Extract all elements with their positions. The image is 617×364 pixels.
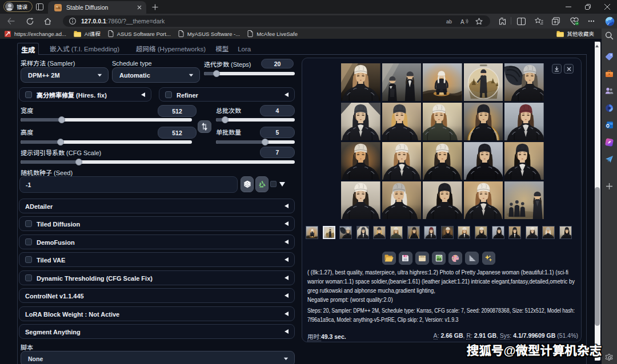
- sidebar-outlook-icon[interactable]: [602, 116, 617, 134]
- back-icon[interactable]: [6, 16, 16, 26]
- gallery-image-5[interactable]: [504, 63, 544, 101]
- random-seed-button[interactable]: [241, 176, 254, 192]
- batch-count-slider[interactable]: [216, 118, 295, 122]
- gallery-image-14[interactable]: [464, 142, 503, 180]
- scrollbar-thumb[interactable]: [595, 187, 600, 326]
- sampler-dropdown[interactable]: DPM++ 2M: [21, 67, 109, 83]
- reuse-seed-button[interactable]: [255, 176, 269, 192]
- filmstrip-thumb-15[interactable]: [542, 226, 555, 239]
- slider-knob[interactable]: [75, 159, 82, 165]
- script-dropdown[interactable]: None: [21, 351, 295, 364]
- filmstrip-thumb-4[interactable]: [356, 226, 369, 239]
- save-button[interactable]: [399, 252, 412, 265]
- accordion-checkbox[interactable]: [25, 220, 32, 227]
- favorite-star-icon[interactable]: [472, 18, 486, 25]
- gallery-image-18[interactable]: [423, 181, 462, 219]
- sidebar-plus-icon[interactable]: [602, 177, 617, 195]
- other-favorites[interactable]: 其他收藏夹: [556, 29, 594, 39]
- filmstrip-thumb-16[interactable]: [559, 226, 572, 239]
- batch-count-value[interactable]: 4: [260, 105, 295, 116]
- filmstrip-thumb-6[interactable]: [390, 226, 403, 239]
- gallery-image-9[interactable]: [464, 103, 503, 140]
- refiner-checkbox[interactable]: [165, 91, 172, 98]
- accordion-checkbox[interactable]: [25, 238, 32, 245]
- gallery-image-17[interactable]: [382, 181, 422, 219]
- seed-input[interactable]: -1: [19, 176, 238, 193]
- cfg-value[interactable]: 7: [260, 147, 295, 158]
- gallery-image-2[interactable]: [382, 63, 422, 101]
- batch-size-slider[interactable]: [216, 140, 295, 144]
- open-folder-button[interactable]: [382, 252, 396, 265]
- copilot-icon[interactable]: [603, 15, 616, 27]
- sidebar-briefcase-icon[interactable]: [602, 65, 617, 82]
- bookmark-item[interactable]: ASUS Software Port...: [108, 30, 171, 37]
- browser-essentials-icon[interactable]: [569, 16, 580, 26]
- read-aloud-icon[interactable]: A: [457, 18, 472, 25]
- tab-close-icon[interactable]: [137, 5, 142, 10]
- address-bar[interactable]: 127.0.0.1:7860/?__theme=dark ab A: [63, 15, 490, 27]
- app-tab--t-i-embedding-[interactable]: 嵌入式 (T.I. Embedding): [45, 43, 124, 54]
- split-screen-icon[interactable]: [515, 16, 527, 26]
- accordion-tiled-vae[interactable]: Tiled VAE: [19, 252, 295, 267]
- gallery-image-6[interactable]: [341, 103, 380, 140]
- app-tab--[interactable]: 生成: [17, 43, 39, 55]
- sidebar-search-icon[interactable]: [602, 29, 617, 42]
- window-close-button[interactable]: [598, 0, 617, 14]
- gallery-image-15[interactable]: [504, 142, 544, 180]
- bookmark-item[interactable]: McAfee LiveSafe: [247, 30, 298, 37]
- slider-knob[interactable]: [58, 116, 65, 123]
- palette-button[interactable]: [448, 252, 462, 265]
- hires-fix-accordion[interactable]: 高分辨率修复 (Hires. fix): [19, 87, 151, 102]
- site-info-icon[interactable]: [69, 18, 76, 25]
- refiner-accordion[interactable]: Refiner: [159, 87, 295, 102]
- cfg-slider[interactable]: [21, 160, 295, 164]
- accordion-checkbox[interactable]: [25, 256, 32, 263]
- accordion-tiled-diffusion[interactable]: Tiled Diffusion: [19, 216, 295, 231]
- schedule-dropdown[interactable]: Automatic: [112, 67, 200, 83]
- gallery-image-11[interactable]: [341, 142, 380, 180]
- sidebar-settings-gear-icon[interactable]: [602, 353, 617, 362]
- filmstrip-thumb-2[interactable]: [323, 226, 335, 239]
- accordion-controlnet-v1-1-445[interactable]: ControlNet v1.1.445: [19, 288, 295, 303]
- bookmark-item[interactable]: https://exchange.ad...: [5, 31, 66, 37]
- refresh-icon[interactable]: [25, 16, 35, 26]
- accordion-dynamic-thresholding-cfg-scale-fix-[interactable]: Dynamic Thresholding (CFG Scale Fix): [19, 270, 295, 285]
- sidebar-people-icon[interactable]: [602, 82, 617, 99]
- gallery-image-12[interactable]: [382, 142, 422, 180]
- gallery-image-13[interactable]: [423, 142, 462, 180]
- home-icon[interactable]: [42, 16, 53, 26]
- filmstrip-thumb-11[interactable]: [475, 226, 487, 239]
- window-minimize-button[interactable]: [559, 0, 578, 14]
- settings-more-icon[interactable]: [586, 16, 596, 26]
- sidebar-designer-icon[interactable]: [602, 134, 617, 151]
- slider-knob[interactable]: [213, 70, 220, 77]
- gallery-image-19[interactable]: [464, 181, 503, 219]
- height-slider[interactable]: [21, 140, 192, 144]
- close-gallery-button[interactable]: [564, 64, 574, 74]
- zip-button[interactable]: [415, 252, 429, 265]
- gallery-image-3[interactable]: [423, 63, 462, 101]
- accordion-demofusion[interactable]: DemoFusion: [19, 234, 295, 249]
- gallery-image-16[interactable]: [341, 181, 380, 219]
- scroll-up-arrow[interactable]: [595, 44, 599, 48]
- steps-value[interactable]: 20: [261, 59, 294, 68]
- window-restore-button[interactable]: [578, 0, 598, 14]
- tab-actions-icon[interactable]: [34, 2, 45, 11]
- filmstrip-thumb-3[interactable]: [339, 226, 352, 239]
- ruler-button[interactable]: [465, 252, 479, 265]
- bookmark-item[interactable]: AI课程: [74, 30, 101, 38]
- slider-knob[interactable]: [262, 139, 269, 145]
- accordion-segment-anything[interactable]: Segment Anything: [19, 324, 295, 339]
- steps-slider[interactable]: [204, 72, 295, 75]
- gallery-image-10[interactable]: [504, 103, 544, 140]
- bookmark-item[interactable]: MyASUS Software -...: [178, 30, 240, 37]
- slider-knob[interactable]: [57, 139, 64, 145]
- app-tab--hypernetworks-[interactable]: 超网络 (Hypernetworks): [131, 43, 210, 54]
- gallery-image-4[interactable]: [464, 63, 503, 101]
- accordion-lora-block-weight-not-active[interactable]: LoRA Block Weight : Not Active: [19, 306, 295, 321]
- collections-icon[interactable]: [550, 16, 562, 26]
- favorites-hub-icon[interactable]: [533, 16, 544, 26]
- gallery-image-20[interactable]: [504, 181, 544, 219]
- filmstrip-thumb-7[interactable]: [407, 226, 420, 239]
- browser-profile-button[interactable]: 错误: [3, 1, 33, 12]
